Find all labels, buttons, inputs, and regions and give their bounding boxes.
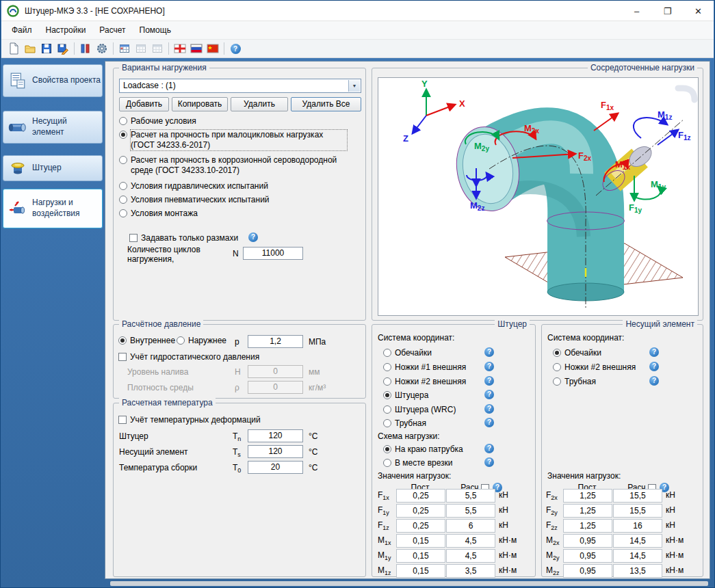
load-perm-input[interactable]: 0,95 bbox=[563, 564, 612, 578]
radio-h2s-strength[interactable]: Расчет на прочность в коррозионной серов… bbox=[119, 155, 359, 176]
nozzle-temp-input[interactable]: 120 bbox=[248, 429, 303, 442]
radio-nozzle-coord-pipe[interactable]: Трубная bbox=[383, 418, 426, 429]
cycles-input[interactable]: 11000 bbox=[243, 247, 303, 260]
table-results-icon[interactable] bbox=[133, 41, 149, 56]
coord-help-icon[interactable]: ? bbox=[484, 347, 494, 357]
load-perm-input[interactable]: 0,95 bbox=[563, 534, 612, 548]
table-report-icon[interactable] bbox=[116, 41, 133, 56]
minimize-button[interactable]: – bbox=[621, 1, 652, 21]
load-calc-input[interactable]: 14,5 bbox=[613, 534, 662, 548]
new-file-icon[interactable] bbox=[5, 41, 22, 56]
radio-nozzle-coord-shell[interactable]: Обечайки bbox=[383, 348, 432, 358]
scheme-help-icon[interactable]: ? bbox=[484, 457, 494, 467]
loadcase-dropdown[interactable]: Loadcase : (1) ▼ bbox=[119, 79, 361, 93]
load-perm-input[interactable]: 1,25 bbox=[563, 519, 612, 533]
coord-help-icon[interactable]: ? bbox=[649, 376, 659, 386]
radio-external-pressure[interactable]: Наружнее bbox=[177, 336, 226, 346]
shell-temp-unit: °C bbox=[309, 447, 317, 457]
thermal-deformation-checkbox[interactable]: Учёт температурных деформаций bbox=[118, 415, 261, 425]
sidebar-item-nozzle[interactable]: Штуцер bbox=[3, 155, 103, 181]
sidebar-item-project-properties[interactable]: Свойства проекта bbox=[3, 64, 103, 97]
load-perm-input[interactable]: 0,15 bbox=[396, 549, 445, 563]
pressure-unit: МПа bbox=[309, 337, 326, 347]
load-calc-input[interactable]: 5,5 bbox=[446, 489, 495, 503]
load-calc-input[interactable]: 15,5 bbox=[613, 489, 662, 503]
settings-icon[interactable] bbox=[94, 41, 110, 56]
ranges-help-icon[interactable]: ? bbox=[248, 232, 258, 242]
load-unit: кН·м bbox=[499, 565, 517, 575]
save-as-icon[interactable] bbox=[55, 41, 71, 56]
radio-working-conditions[interactable]: Рабочие условия bbox=[119, 116, 196, 126]
flag-en-icon[interactable] bbox=[172, 41, 188, 56]
radio-shell-coord-shell[interactable]: Обечайки bbox=[553, 348, 601, 358]
assembly-temp-input[interactable]: 20 bbox=[248, 461, 303, 474]
load-calc-input[interactable]: 15,5 bbox=[613, 504, 662, 518]
load-calc-input[interactable]: 16 bbox=[613, 519, 662, 533]
menu-help[interactable]: Помощь bbox=[133, 22, 178, 38]
radio-low-cycle-strength[interactable]: Расчет на прочность при малоцикловых наг… bbox=[119, 130, 352, 150]
dropdown-arrow-icon[interactable]: ▼ bbox=[348, 80, 360, 92]
table-export-icon[interactable] bbox=[149, 41, 166, 56]
coord-help-icon[interactable]: ? bbox=[484, 418, 494, 427]
ranges-only-checkbox[interactable]: Задавать только размахи bbox=[129, 233, 238, 243]
copy-loadcase-button[interactable]: Копировать bbox=[172, 97, 228, 111]
sidebar-item-bearing-element[interactable]: Несущий элемент bbox=[3, 111, 103, 144]
units-icon[interactable] bbox=[77, 41, 94, 56]
pressure-input[interactable]: 1,2 bbox=[248, 335, 303, 348]
delete-all-loadcases-button[interactable]: Удалить Все bbox=[291, 97, 361, 111]
load-calc-input[interactable]: 6 bbox=[446, 519, 495, 533]
close-button[interactable]: ✕ bbox=[683, 1, 714, 21]
coord-help-icon[interactable]: ? bbox=[649, 362, 659, 371]
model-3d-view[interactable]: Y X Z F2x M2x M2y bbox=[378, 77, 699, 316]
flag-cn-icon[interactable] bbox=[205, 41, 221, 56]
open-file-icon[interactable] bbox=[22, 41, 38, 56]
radio-nozzle-coord-legs2[interactable]: Ножки #2 внешняя bbox=[383, 377, 466, 387]
menu-settings[interactable]: Настройки bbox=[39, 22, 93, 38]
hydrostatic-checkbox[interactable]: Учёт гидростатического давления bbox=[118, 352, 259, 362]
load-calc-input[interactable]: 4,5 bbox=[446, 534, 495, 548]
delete-loadcase-button[interactable]: Удалить bbox=[231, 97, 288, 111]
radio-hydraulic-test[interactable]: Условия гидравлических испытаний bbox=[119, 181, 268, 191]
menu-calculation[interactable]: Расчет bbox=[92, 22, 132, 38]
load-calc-input[interactable]: 5,5 bbox=[446, 504, 495, 518]
coord-help-icon[interactable]: ? bbox=[484, 404, 494, 414]
load-perm-input[interactable]: 0,15 bbox=[396, 564, 445, 578]
coord-help-icon[interactable]: ? bbox=[484, 390, 494, 399]
radio-pneumatic-test[interactable]: Условия пневматических испытаний bbox=[119, 195, 270, 205]
toolbar: ? bbox=[1, 40, 714, 58]
help-icon[interactable]: ? bbox=[227, 41, 244, 56]
radio-scheme-pipe-end[interactable]: На краю патрубка bbox=[383, 444, 463, 455]
scheme-help-icon[interactable]: ? bbox=[484, 444, 494, 453]
flag-ru-icon[interactable] bbox=[188, 41, 205, 56]
coord-help-icon[interactable]: ? bbox=[649, 347, 659, 357]
load-calc-input[interactable]: 4,5 bbox=[446, 549, 495, 563]
load-calc-input[interactable]: 3,5 bbox=[446, 564, 495, 578]
radio-nozzle-coord-nozzle[interactable]: Штуцера bbox=[383, 390, 428, 401]
load-calc-input[interactable]: 13,5 bbox=[613, 564, 662, 578]
radio-nozzle-coord-wrc[interactable]: Штуцера (WRC) bbox=[383, 405, 456, 415]
load-perm-input[interactable]: 0,95 bbox=[563, 549, 612, 563]
load-perm-input[interactable]: 0,15 bbox=[396, 534, 445, 548]
save-icon[interactable] bbox=[38, 41, 55, 56]
radio-nozzle-coord-legs1[interactable]: Ножки #1 внешняя bbox=[383, 362, 466, 373]
load-perm-input[interactable]: 1,25 bbox=[563, 504, 612, 518]
radio-shell-coord-pipe[interactable]: Трубная bbox=[553, 377, 596, 387]
add-loadcase-button[interactable]: Добавить bbox=[119, 97, 169, 111]
menu-file[interactable]: Файл bbox=[5, 22, 39, 38]
coord-help-icon[interactable]: ? bbox=[484, 376, 494, 386]
toolbar-separator bbox=[113, 42, 114, 55]
coord-help-icon[interactable]: ? bbox=[484, 362, 494, 371]
radio-scheme-junction[interactable]: В месте врезки bbox=[383, 458, 453, 468]
load-perm-input[interactable]: 1,25 bbox=[563, 489, 612, 503]
load-perm-input[interactable]: 0,25 bbox=[396, 519, 445, 533]
shell-temp-input[interactable]: 120 bbox=[248, 445, 303, 458]
radio-assembly-conditions[interactable]: Условия монтажа bbox=[119, 209, 198, 219]
maximize-button[interactable]: ❐ bbox=[652, 1, 683, 21]
load-row-label: F2x bbox=[546, 490, 558, 501]
radio-internal-pressure[interactable]: Внутреннее bbox=[118, 336, 175, 346]
radio-shell-coord-legs2[interactable]: Ножки #2 внешняя bbox=[553, 362, 636, 373]
sidebar-item-loads[interactable]: Нагрузки и воздействия bbox=[3, 189, 103, 228]
load-perm-input[interactable]: 0,25 bbox=[396, 504, 445, 518]
load-perm-input[interactable]: 0,25 bbox=[396, 489, 445, 503]
load-calc-input[interactable]: 14,5 bbox=[613, 549, 662, 563]
